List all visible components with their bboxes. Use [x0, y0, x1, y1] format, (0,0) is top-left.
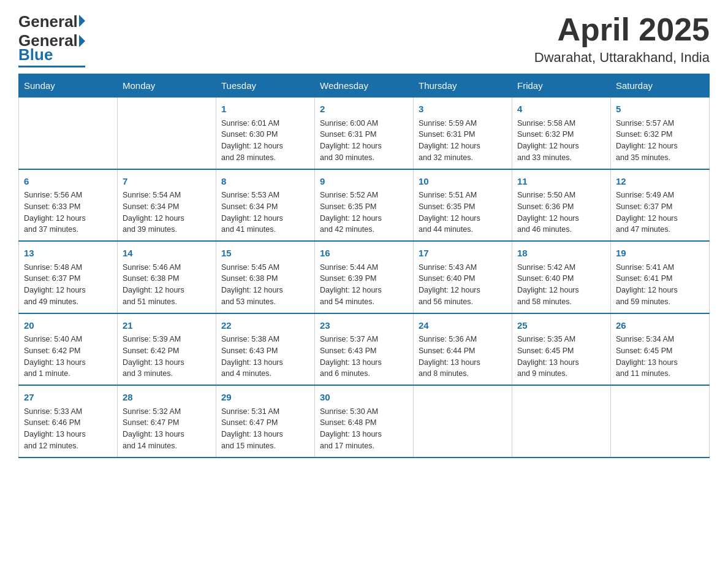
day-cell: 8Sunrise: 5:53 AMSunset: 6:34 PMDaylight… — [216, 169, 315, 242]
day-info-text: Daylight: 12 hours — [123, 213, 211, 224]
calendar-header: SundayMondayTuesdayWednesdayThursdayFrid… — [19, 74, 710, 98]
day-info-text: and 47 minutes. — [616, 224, 704, 236]
day-info-text: Sunset: 6:46 PM — [24, 417, 112, 429]
week-row-3: 13Sunrise: 5:48 AMSunset: 6:37 PMDayligh… — [19, 241, 710, 313]
day-cell: 23Sunrise: 5:37 AMSunset: 6:43 PMDayligh… — [315, 313, 414, 386]
logo-triangle-icon — [79, 35, 85, 47]
day-info-text: Sunrise: 5:56 AM — [24, 190, 112, 201]
day-info-text: Sunset: 6:47 PM — [221, 417, 309, 429]
day-number: 16 — [320, 247, 408, 261]
day-cell: 7Sunrise: 5:54 AMSunset: 6:34 PMDaylight… — [118, 169, 216, 242]
day-info-text: Sunrise: 6:01 AM — [221, 118, 309, 129]
day-cell: 20Sunrise: 5:40 AMSunset: 6:42 PMDayligh… — [19, 313, 118, 386]
day-info-text: Sunset: 6:32 PM — [517, 129, 605, 140]
day-info-text: Sunrise: 5:42 AM — [517, 262, 605, 274]
day-info-text: Daylight: 13 hours — [517, 357, 605, 369]
day-number: 5 — [616, 102, 704, 117]
logo-blue-text: Blue — [18, 45, 53, 64]
day-info-text: and 4 minutes. — [221, 368, 309, 380]
day-info-text: Sunset: 6:43 PM — [320, 345, 408, 357]
header-cell-saturday: Saturday — [611, 74, 710, 98]
day-info-text: Sunrise: 5:41 AM — [616, 262, 704, 274]
week-row-1: 1Sunrise: 6:01 AMSunset: 6:30 PMDaylight… — [19, 98, 710, 169]
day-cell: 22Sunrise: 5:38 AMSunset: 6:43 PMDayligh… — [216, 313, 315, 386]
day-info-text: Daylight: 12 hours — [419, 285, 507, 296]
header-row: SundayMondayTuesdayWednesdayThursdayFrid… — [19, 74, 710, 98]
day-info-text: Sunset: 6:42 PM — [24, 345, 112, 357]
day-cell: 19Sunrise: 5:41 AMSunset: 6:41 PMDayligh… — [611, 241, 710, 313]
day-number: 4 — [517, 102, 605, 117]
day-info-text: Sunrise: 5:34 AM — [616, 334, 704, 345]
day-info-text: Daylight: 12 hours — [320, 213, 408, 224]
day-info-text: and 39 minutes. — [123, 224, 211, 236]
day-info-text: and 59 minutes. — [616, 296, 704, 308]
day-info-text: Sunset: 6:38 PM — [221, 273, 309, 285]
day-info-text: Sunrise: 5:33 AM — [24, 406, 112, 418]
day-info-text: Daylight: 13 hours — [24, 429, 112, 440]
day-info-text: Sunrise: 5:32 AM — [123, 406, 211, 418]
day-info-text: Sunset: 6:39 PM — [320, 273, 408, 285]
day-number: 19 — [616, 247, 704, 261]
day-info-text: Sunset: 6:30 PM — [221, 129, 309, 140]
day-info-text: Sunset: 6:48 PM — [320, 417, 408, 429]
day-number: 18 — [517, 247, 605, 261]
day-cell — [414, 385, 512, 458]
week-row-5: 27Sunrise: 5:33 AMSunset: 6:46 PMDayligh… — [19, 385, 710, 458]
day-info-text: and 1 minute. — [24, 368, 112, 380]
day-info-text: Sunset: 6:31 PM — [419, 129, 507, 140]
day-info-text: Sunrise: 5:39 AM — [123, 334, 211, 345]
day-number: 26 — [616, 319, 704, 333]
day-number: 15 — [221, 247, 309, 261]
day-number: 28 — [123, 391, 211, 405]
page-header: General General Blue April 2025 Dwarahat… — [18, 12, 710, 67]
day-number: 13 — [24, 247, 112, 261]
day-info-text: Sunset: 6:37 PM — [24, 273, 112, 285]
day-info-text: Sunset: 6:38 PM — [123, 273, 211, 285]
day-number: 23 — [320, 319, 408, 333]
day-info-text: and 15 minutes. — [221, 440, 309, 452]
day-info-text: Sunrise: 5:31 AM — [221, 406, 309, 418]
day-info-text: Sunrise: 5:35 AM — [517, 334, 605, 345]
day-info-text: Sunset: 6:45 PM — [616, 345, 704, 357]
day-info-text: Daylight: 12 hours — [221, 285, 309, 296]
day-number: 27 — [24, 391, 112, 405]
day-info-text: Sunrise: 5:37 AM — [320, 334, 408, 345]
day-info-text: and 53 minutes. — [221, 296, 309, 308]
day-cell — [512, 385, 611, 458]
day-cell: 18Sunrise: 5:42 AMSunset: 6:40 PMDayligh… — [512, 241, 611, 313]
day-info-text: Sunset: 6:40 PM — [517, 273, 605, 285]
day-info-text: Sunset: 6:40 PM — [419, 273, 507, 285]
day-info-text: Daylight: 13 hours — [123, 357, 211, 369]
day-info-text: and 44 minutes. — [419, 224, 507, 236]
day-info-text: and 58 minutes. — [517, 296, 605, 308]
day-info-text: and 46 minutes. — [517, 224, 605, 236]
day-info-text: and 51 minutes. — [123, 296, 211, 308]
day-info-text: and 32 minutes. — [419, 152, 507, 164]
header-cell-wednesday: Wednesday — [315, 74, 414, 98]
header-cell-thursday: Thursday — [414, 74, 512, 98]
day-cell: 10Sunrise: 5:51 AMSunset: 6:35 PMDayligh… — [414, 169, 512, 242]
day-info-text: and 49 minutes. — [24, 296, 112, 308]
day-info-text: and 3 minutes. — [123, 368, 211, 380]
day-info-text: and 12 minutes. — [24, 440, 112, 452]
day-info-text: Daylight: 12 hours — [320, 140, 408, 152]
day-info-text: Sunrise: 5:36 AM — [419, 334, 507, 345]
day-cell: 6Sunrise: 5:56 AMSunset: 6:33 PMDaylight… — [19, 169, 118, 242]
logo: General General Blue — [18, 12, 85, 67]
day-number: 21 — [123, 319, 211, 333]
day-info-text: Sunrise: 5:52 AM — [320, 190, 408, 201]
day-info-text: Sunrise: 5:49 AM — [616, 190, 704, 201]
day-info-text: and 54 minutes. — [320, 296, 408, 308]
day-cell: 1Sunrise: 6:01 AMSunset: 6:30 PMDaylight… — [216, 98, 315, 169]
day-number: 25 — [517, 319, 605, 333]
day-number: 1 — [221, 102, 309, 117]
day-cell: 3Sunrise: 5:59 AMSunset: 6:31 PMDaylight… — [414, 98, 512, 169]
day-info-text: Daylight: 12 hours — [616, 213, 704, 224]
calendar-table: SundayMondayTuesdayWednesdayThursdayFrid… — [18, 74, 710, 458]
day-cell: 2Sunrise: 6:00 AMSunset: 6:31 PMDaylight… — [315, 98, 414, 169]
day-info-text: Sunrise: 5:51 AM — [419, 190, 507, 201]
day-info-text: and 35 minutes. — [616, 152, 704, 164]
day-info-text: Sunrise: 5:57 AM — [616, 118, 704, 129]
day-info-text: and 42 minutes. — [320, 224, 408, 236]
day-info-text: Daylight: 12 hours — [517, 285, 605, 296]
